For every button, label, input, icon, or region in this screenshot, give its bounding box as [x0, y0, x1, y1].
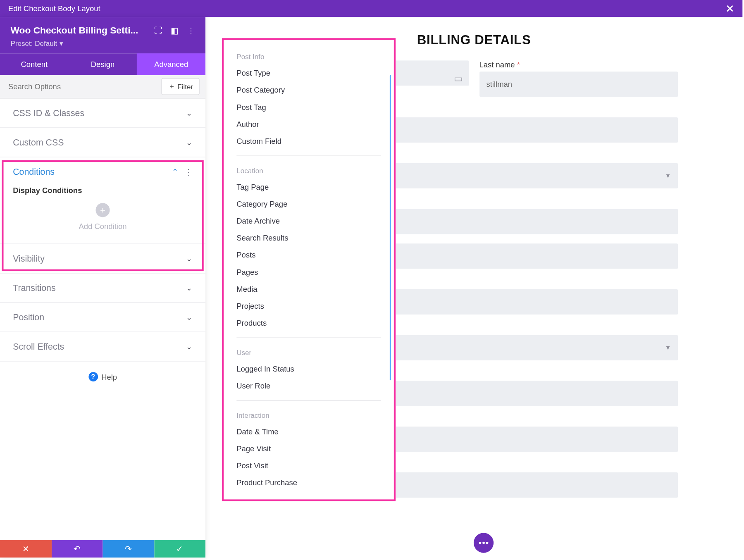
chevron-down-icon: ⌄ [186, 342, 193, 351]
dropdown-item[interactable]: Tag Page [224, 179, 394, 195]
panel-tabs: Content Design Advanced [0, 53, 205, 75]
panel-header: Woo Checkout Billing Setti... ⛶ ◧ ⋮ Pres… [0, 17, 205, 53]
search-input[interactable] [0, 75, 162, 98]
dropdown-item[interactable]: Post Category [224, 81, 394, 98]
builder-fab[interactable] [474, 533, 494, 553]
section-css-id[interactable]: CSS ID & Classes⌄ [0, 99, 205, 128]
dropdown-item[interactable]: Date Archive [224, 212, 394, 229]
chevron-down-icon: ▾ [60, 39, 63, 48]
dropdown-item[interactable]: Posts [224, 246, 394, 263]
dropdown-item[interactable]: Logged In Status [224, 360, 394, 377]
chevron-down-icon: ⌄ [186, 138, 193, 147]
dropdown-group-label: Location [224, 162, 394, 179]
dropdown-item[interactable]: Page Visit [224, 440, 394, 457]
close-icon[interactable]: ✕ [725, 3, 734, 14]
preset-selector[interactable]: Preset: Default ▾ [11, 39, 195, 48]
help-icon: ? [88, 372, 98, 381]
dropdown-item[interactable]: Category Page [224, 195, 394, 212]
chevron-down-icon: ⌄ [186, 284, 193, 292]
plus-icon: ＋ [168, 81, 175, 91]
redo-button[interactable]: ↷ [103, 540, 154, 558]
display-conditions-label: Display Conditions [13, 186, 193, 195]
section-scroll-effects[interactable]: Scroll Effects⌄ [0, 332, 205, 361]
section-conditions[interactable]: Conditions ⌃ ⋮ [0, 157, 205, 186]
window-title: Edit Checkout Body Layout [8, 4, 100, 13]
dropdown-item[interactable]: Search Results [224, 229, 394, 246]
add-condition-label: Add Condition [79, 222, 127, 231]
dropdown-group-label: User [224, 344, 394, 360]
chevron-down-icon: ⌄ [186, 313, 193, 322]
dock-icon[interactable]: ◧ [171, 26, 178, 35]
filter-button[interactable]: ＋ Filter [162, 78, 200, 95]
chevron-down-icon: ▼ [665, 345, 671, 351]
chevron-down-icon: ▼ [665, 172, 671, 179]
plus-icon[interactable]: ＋ [95, 203, 110, 217]
section-position[interactable]: Position⌄ [0, 303, 205, 332]
chevron-up-icon: ⌃ [172, 167, 179, 176]
help-label: Help [101, 372, 117, 381]
help-link[interactable]: ? Help [0, 362, 205, 392]
tab-advanced[interactable]: Advanced [137, 53, 205, 75]
panel-footer: ✕ ↶ ↷ ✓ [0, 540, 205, 558]
search-row: ＋ Filter [0, 75, 205, 99]
divider [236, 400, 381, 400]
expand-icon[interactable]: ⛶ [154, 26, 162, 35]
save-button[interactable]: ✓ [154, 540, 205, 558]
kebab-icon[interactable]: ⋮ [184, 167, 193, 176]
last-name-label: Last name * [479, 60, 678, 69]
filter-label: Filter [177, 83, 193, 91]
dropdown-group-label: Interaction [224, 407, 394, 423]
dropdown-item[interactable]: Projects [224, 298, 394, 315]
add-condition[interactable]: ＋ Add Condition [13, 203, 193, 231]
dropdown-item[interactable]: Post Tag [224, 99, 394, 116]
last-name-field[interactable] [479, 71, 678, 97]
section-transitions[interactable]: Transitions⌄ [0, 274, 205, 303]
dropdown-item[interactable]: Post Visit [224, 457, 394, 474]
dropdown-item[interactable]: Pages [224, 264, 394, 281]
chevron-down-icon: ⌄ [186, 109, 193, 117]
dropdown-item[interactable]: Products [224, 315, 394, 331]
conditions-body: Display Conditions ＋ Add Condition [0, 186, 205, 243]
preset-label: Preset: Default [11, 39, 57, 48]
dropdown-item[interactable]: Custom Field [224, 133, 394, 150]
dropdown-item[interactable]: Date & Time [224, 423, 394, 440]
tab-design[interactable]: Design [69, 53, 137, 75]
section-visibility[interactable]: Visibility⌄ [0, 244, 205, 273]
dropdown-item[interactable]: User Role [224, 377, 394, 394]
scrollbar[interactable] [390, 75, 391, 380]
section-custom-css[interactable]: Custom CSS⌄ [0, 128, 205, 157]
window-title-bar: Edit Checkout Body Layout ✕ [0, 0, 742, 17]
divider [236, 338, 381, 338]
cancel-button[interactable]: ✕ [0, 540, 51, 558]
tab-content[interactable]: Content [0, 53, 69, 75]
kebab-icon[interactable]: ⋮ [187, 26, 195, 35]
divider [236, 155, 381, 156]
dropdown-item[interactable]: Product Purchase [224, 474, 394, 491]
undo-button[interactable]: ↶ [51, 540, 103, 558]
dropdown-item[interactable]: Media [224, 281, 394, 298]
dropdown-item[interactable]: Post Type [224, 64, 394, 81]
dropdown-group-label: Post Info [224, 48, 394, 64]
section-list: CSS ID & Classes⌄ Custom CSS⌄ Conditions… [0, 99, 205, 540]
contact-card-icon: ▭ [454, 73, 463, 84]
chevron-down-icon: ⌄ [186, 254, 193, 263]
settings-panel: Woo Checkout Billing Setti... ⛶ ◧ ⋮ Pres… [0, 17, 205, 558]
condition-dropdown: Post InfoPost TypePost CategoryPost TagA… [222, 38, 396, 501]
dropdown-item[interactable]: Author [224, 116, 394, 133]
module-title: Woo Checkout Billing Setti... [11, 25, 138, 36]
